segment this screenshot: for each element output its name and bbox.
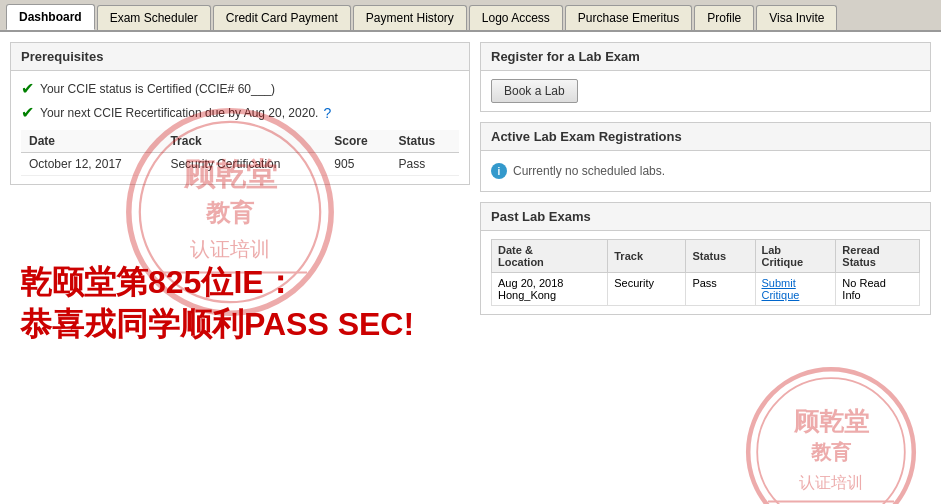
register-lab-title: Register for a Lab Exam	[481, 43, 930, 71]
past-lab-table: Date &Location Track Status LabCritique …	[491, 239, 920, 306]
prerequisites-title: Prerequisites	[11, 43, 469, 71]
table-row: October 12, 2017 Security Certification …	[21, 153, 459, 176]
main-content: Prerequisites ✔ Your CCIE status is Cert…	[0, 32, 941, 500]
col-status: Status	[390, 130, 459, 153]
tab-bar: Dashboard Exam Scheduler Credit Card Pay…	[0, 0, 941, 32]
past-col-status: Status	[686, 240, 755, 273]
past-lab-section: Past Lab Exams Date &Location Track Stat…	[480, 202, 931, 315]
prereq-item-2: ✔ Your next CCIE Recertification due by …	[21, 103, 459, 122]
stamp-watermark-right: 顾乾堂 教育 认证培训	[741, 362, 921, 504]
tab-logo-access[interactable]: Logo Access	[469, 5, 563, 30]
tab-purchase-emeritus[interactable]: Purchase Emeritus	[565, 5, 692, 30]
red-text-line1: 乾颐堂第825位IE：	[20, 262, 414, 304]
svg-text:顾乾堂: 顾乾堂	[793, 408, 870, 435]
tab-payment-history[interactable]: Payment History	[353, 5, 467, 30]
tab-exam-scheduler[interactable]: Exam Scheduler	[97, 5, 211, 30]
active-registrations-section: Active Lab Exam Registrations i Currentl…	[480, 122, 931, 192]
prerequisites-body: ✔ Your CCIE status is Certified (CCIE# 6…	[11, 71, 469, 184]
cell-date: October 12, 2017	[21, 153, 162, 176]
past-cell-track: Security	[608, 273, 686, 306]
right-panel: Register for a Lab Exam Book a Lab Activ…	[470, 42, 931, 490]
past-cell-status: Pass	[686, 273, 755, 306]
cell-track: Security Certification	[162, 153, 326, 176]
past-table-row: Aug 20, 2018Hong_Kong Security Pass Subm…	[492, 273, 920, 306]
svg-text:教育: 教育	[205, 199, 255, 226]
svg-text:认证培训: 认证培训	[190, 238, 270, 260]
past-col-critique: LabCritique	[755, 240, 836, 273]
submit-critique-link[interactable]: SubmitCritique	[762, 277, 800, 301]
col-track: Track	[162, 130, 326, 153]
past-col-reread: RereadStatus	[836, 240, 920, 273]
left-panel: Prerequisites ✔ Your CCIE status is Cert…	[10, 42, 470, 490]
tab-visa-invite[interactable]: Visa Invite	[756, 5, 837, 30]
past-lab-body: Date &Location Track Status LabCritique …	[481, 231, 930, 314]
register-lab-section: Register for a Lab Exam Book a Lab	[480, 42, 931, 112]
col-score: Score	[326, 130, 390, 153]
no-labs-text: Currently no scheduled labs.	[513, 164, 665, 178]
register-lab-body: Book a Lab	[481, 71, 930, 111]
past-cell-critique: SubmitCritique	[755, 273, 836, 306]
book-lab-button[interactable]: Book a Lab	[491, 79, 578, 103]
svg-text:认证培训: 认证培训	[799, 474, 863, 492]
prereq-table: Date Track Score Status October 12, 2017…	[21, 130, 459, 176]
cell-status: Pass	[390, 153, 459, 176]
tab-profile[interactable]: Profile	[694, 5, 754, 30]
active-registrations-body: i Currently no scheduled labs.	[481, 151, 930, 191]
prerequisites-section: Prerequisites ✔ Your CCIE status is Cert…	[10, 42, 470, 185]
svg-point-7	[757, 378, 905, 504]
red-text-line2: 恭喜戎同学顺利PASS SEC!	[20, 304, 414, 346]
past-lab-title: Past Lab Exams	[481, 203, 930, 231]
prereq-text-2: Your next CCIE Recertification due by Au…	[40, 106, 318, 120]
past-cell-reread: No ReadInfo	[836, 273, 920, 306]
svg-text:教育: 教育	[810, 440, 852, 463]
past-cell-date: Aug 20, 2018Hong_Kong	[492, 273, 608, 306]
cell-score: 905	[326, 153, 390, 176]
prereq-item-1: ✔ Your CCIE status is Certified (CCIE# 6…	[21, 79, 459, 98]
check-icon-2: ✔	[21, 103, 34, 122]
tab-dashboard[interactable]: Dashboard	[6, 4, 95, 30]
red-overlay-text: 乾颐堂第825位IE： 恭喜戎同学顺利PASS SEC!	[20, 262, 414, 345]
info-icon[interactable]: ?	[323, 105, 331, 121]
no-labs-message: i Currently no scheduled labs.	[491, 159, 920, 183]
past-col-track: Track	[608, 240, 686, 273]
prereq-text-1: Your CCIE status is Certified (CCIE# 60_…	[40, 82, 275, 96]
col-date: Date	[21, 130, 162, 153]
tab-credit-card[interactable]: Credit Card Payment	[213, 5, 351, 30]
svg-point-6	[748, 369, 914, 504]
active-registrations-title: Active Lab Exam Registrations	[481, 123, 930, 151]
check-icon-1: ✔	[21, 79, 34, 98]
past-col-date: Date &Location	[492, 240, 608, 273]
info-circle-icon: i	[491, 163, 507, 179]
